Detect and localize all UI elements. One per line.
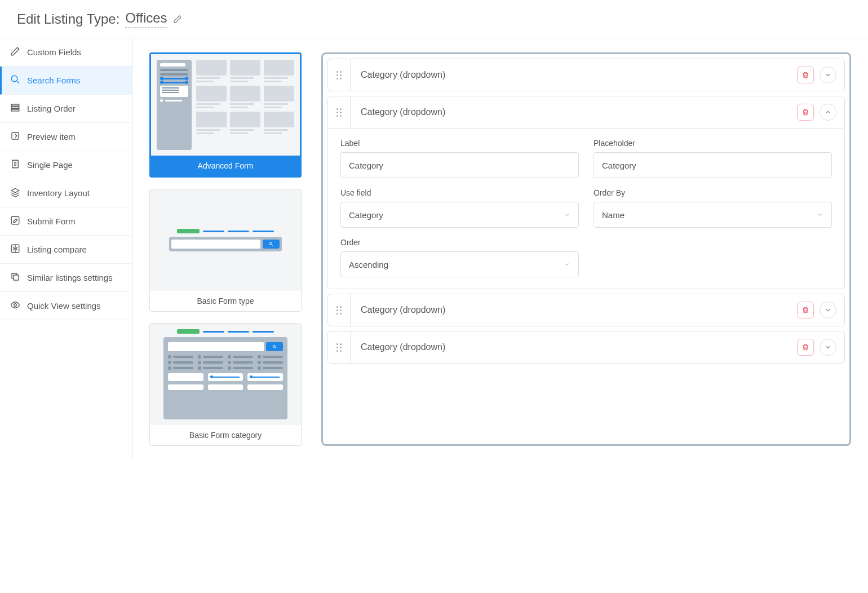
pencil-icon[interactable] — [173, 15, 182, 24]
label-text: Use field — [340, 188, 579, 197]
label-text: Order — [340, 238, 579, 247]
page-title: Edit Listing Type: Offices — [17, 10, 851, 28]
usefield-select[interactable]: Category — [340, 202, 579, 228]
svg-rect-8 — [14, 275, 19, 280]
delete-button[interactable] — [797, 339, 814, 356]
field-title: Category (dropdown) — [351, 70, 797, 80]
svg-rect-4 — [12, 132, 19, 139]
label-input[interactable]: Category — [340, 152, 579, 178]
svg-rect-2 — [11, 107, 19, 109]
copy-icon — [10, 272, 20, 284]
field-header: Category (dropdown) — [328, 331, 844, 363]
form-group-label: Label Category — [340, 139, 579, 178]
template-preview — [150, 189, 301, 291]
expand-button[interactable] — [820, 302, 836, 318]
sidebar-item-label: Custom Fields — [27, 47, 81, 57]
sidebar-item-submit-form[interactable]: Submit Form — [0, 207, 132, 236]
orderby-select[interactable]: Name — [594, 202, 832, 228]
field-title: Category (dropdown) — [351, 342, 797, 352]
field-title: Category (dropdown) — [351, 305, 797, 315]
svg-point-9 — [14, 304, 17, 307]
page-icon — [10, 159, 20, 171]
sidebar-item-label: Quick View settings — [27, 301, 101, 311]
field-header: Category (dropdown) — [328, 96, 844, 128]
sidebar-item-listing-order[interactable]: Listing Order — [0, 95, 132, 123]
svg-rect-1 — [11, 104, 19, 106]
label-text: Order By — [594, 188, 832, 197]
sidebar-item-search-forms[interactable]: Search Forms — [0, 67, 132, 95]
field-header: Category (dropdown) — [328, 294, 844, 326]
sidebar: Custom FieldsSearch FormsListing OrderPr… — [0, 38, 132, 460]
sidebar-item-label: Listing Order — [27, 104, 76, 113]
edit-box-icon — [10, 215, 20, 227]
field-row: Category (dropdown) — [327, 294, 845, 326]
sidebar-item-quick-view-settings[interactable]: Quick View settings — [0, 292, 132, 320]
title-name[interactable]: Offices — [125, 10, 167, 28]
field-body: Label Category Placeholder Category Use … — [328, 128, 844, 289]
layers-icon — [10, 187, 20, 199]
template-basic-form-type[interactable]: Basic Form type — [149, 189, 302, 312]
compare-icon — [10, 244, 20, 255]
delete-button[interactable] — [797, 67, 814, 83]
pencil-icon — [10, 46, 20, 58]
drag-handle-icon[interactable] — [328, 96, 351, 128]
sidebar-item-label: Preview item — [27, 132, 76, 141]
search-icon — [10, 74, 20, 86]
svg-point-11 — [273, 345, 275, 347]
sidebar-item-label: Submit Form — [27, 216, 76, 226]
eye-icon — [10, 300, 20, 312]
template-preview — [151, 54, 300, 156]
form-group-usefield: Use field Category — [340, 188, 579, 228]
order-icon — [10, 103, 20, 114]
form-templates: Advanced Form Basic Form type — [149, 52, 302, 446]
expand-button[interactable] — [820, 67, 836, 83]
svg-point-10 — [269, 242, 272, 245]
expand-button[interactable] — [820, 339, 836, 356]
title-prefix: Edit Listing Type: — [17, 11, 119, 27]
drag-handle-icon[interactable] — [328, 59, 351, 91]
svg-rect-3 — [11, 109, 19, 111]
sidebar-item-similar-listings-settings[interactable]: Similar listings settings — [0, 264, 132, 292]
template-advanced-form[interactable]: Advanced Form — [149, 52, 302, 178]
sidebar-item-inventory-layout[interactable]: Inventory Layout — [0, 179, 132, 207]
svg-point-0 — [11, 76, 17, 82]
template-label: Basic Form category — [150, 425, 301, 445]
field-header: Category (dropdown) — [328, 59, 844, 91]
sidebar-item-listing-compare[interactable]: Listing compare — [0, 236, 132, 264]
template-preview — [150, 324, 301, 425]
field-row: Category (dropdown) — [327, 59, 845, 91]
sidebar-item-label: Single Page — [27, 160, 73, 170]
config-panel: Category (dropdown) Category (dropdown) … — [321, 52, 851, 446]
sidebar-item-label: Inventory Layout — [27, 188, 90, 198]
delete-button[interactable] — [797, 302, 814, 318]
label-text: Label — [340, 139, 579, 148]
svg-rect-6 — [11, 216, 19, 224]
placeholder-input[interactable]: Category — [594, 152, 832, 178]
collapse-button[interactable] — [820, 104, 836, 121]
sidebar-item-preview-item[interactable]: Preview item — [0, 123, 132, 151]
field-row: Category (dropdown) — [327, 331, 845, 364]
sidebar-item-label: Listing compare — [27, 245, 87, 254]
template-label: Basic Form type — [150, 291, 301, 311]
drag-handle-icon[interactable] — [328, 294, 351, 326]
drag-handle-icon[interactable] — [328, 331, 351, 363]
form-group-orderby: Order By Name — [594, 188, 832, 228]
form-group-placeholder: Placeholder Category — [594, 139, 832, 178]
form-group-order: Order Ascending — [340, 238, 579, 277]
preview-icon — [10, 131, 20, 143]
template-basic-form-category[interactable]: Basic Form category — [149, 323, 302, 446]
order-select[interactable]: Ascending — [340, 251, 579, 277]
field-row: Category (dropdown) Label Category Place… — [327, 96, 845, 289]
sidebar-item-label: Similar listings settings — [27, 273, 113, 282]
page-header: Edit Listing Type: Offices — [0, 0, 868, 38]
field-title: Category (dropdown) — [351, 107, 797, 117]
sidebar-item-custom-fields[interactable]: Custom Fields — [0, 38, 132, 67]
sidebar-item-label: Search Forms — [27, 76, 80, 85]
sidebar-item-single-page[interactable]: Single Page — [0, 151, 132, 179]
template-label: Advanced Form — [151, 156, 300, 176]
delete-button[interactable] — [797, 104, 814, 121]
label-text: Placeholder — [594, 139, 832, 148]
